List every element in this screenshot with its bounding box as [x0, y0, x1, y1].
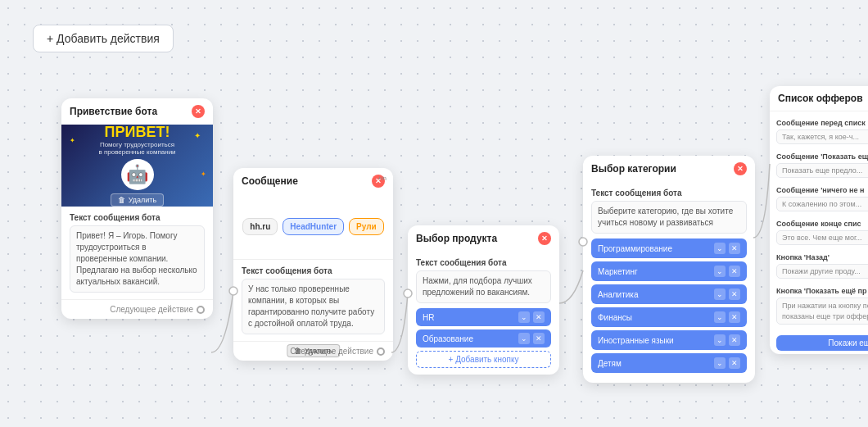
card-greeting-title: Приветствие бота [70, 106, 157, 117]
cat-kids-remove[interactable]: ✕ [729, 357, 740, 369]
btn-education[interactable]: Образование ⌄ ✕ [416, 329, 551, 348]
offers-field-2: Сообщение 'ничего не н К сожалению по эт… [770, 182, 868, 216]
cat-mkt-expand[interactable]: ⌄ [714, 266, 726, 277]
card-product-header: Выбор продукта ✕ [408, 225, 559, 252]
card-greeting: Приветствие бота ✕ ✦ ✦ ✦ ПРИВЕТ! Помогу … [61, 98, 213, 319]
show-more-button[interactable]: Покажи ещё [776, 335, 868, 351]
card-message-title: Сообщение [242, 175, 298, 187]
cat-fin-remove[interactable]: ✕ [729, 311, 740, 323]
card-product-close[interactable]: ✕ [538, 232, 551, 245]
cat-an-expand[interactable]: ⌄ [714, 288, 726, 300]
card-offers-title: Список офферов [778, 93, 863, 104]
card-product-buttons: HR ⌄ ✕ Образование ⌄ ✕ + Добавить кнопку [416, 308, 551, 368]
card-category-text: Выберите категорию, где вы хотите учитьс… [591, 201, 747, 234]
offers-label-3: Сообщение конце спис [776, 220, 868, 228]
cat-an-remove[interactable]: ✕ [729, 288, 740, 300]
cat-fin-expand[interactable]: ⌄ [714, 311, 726, 323]
output-connector-2[interactable] [377, 348, 385, 356]
card-product-text: Нажми, для подбора лучших предложений по… [416, 270, 551, 303]
category-list: Программирование ⌄ ✕ Маркетинг ⌄ ✕ Анали… [591, 238, 747, 373]
cat-prog-remove[interactable]: ✕ [729, 243, 740, 254]
offers-label-2: Сообщение 'ничего не н [776, 186, 868, 194]
offers-input-2[interactable]: К сожалению по этом... [776, 197, 868, 211]
offers-field-4: Кнопка 'Назад' Покажи другие проду... [770, 249, 868, 283]
card-greeting-label: Текст сообщения бота [70, 213, 205, 222]
offers-input-1[interactable]: Показать еще предло... [776, 163, 868, 178]
card-delete-btn-1[interactable]: 🗑 Удалить [111, 193, 164, 207]
cat-kids[interactable]: Детям ⌄ ✕ [591, 353, 747, 373]
card-message-text: У нас только проверенные компании, в кот… [242, 279, 385, 334]
card-greeting-close[interactable]: ✕ [192, 105, 205, 118]
card-greeting-header: Приветствие бота ✕ [61, 98, 213, 125]
robot-icon: 🤖 [121, 159, 154, 190]
greeting-image-sub: Помогу трудоустроитьсяв проверенные комп… [98, 141, 175, 156]
cat-analytics[interactable]: Аналитика ⌄ ✕ [591, 284, 747, 304]
add-action-button[interactable]: + Добавить действия [33, 25, 174, 52]
offers-field-3: Сообщение конце спис Это все. Чем еще мо… [770, 216, 868, 249]
card-category-title: Выбор категории [591, 163, 676, 175]
card-message-image: hh.ru HeadHunter Рули +in 🗑 Удалить [233, 194, 393, 260]
btn-hr-remove[interactable]: ✕ [533, 311, 545, 323]
logo-ruli: Рули [349, 218, 384, 235]
cat-lang-remove[interactable]: ✕ [729, 334, 740, 346]
cat-marketing[interactable]: Маркетинг ⌄ ✕ [591, 261, 747, 281]
card-offers: Список офферов Сообщение перед списк Так… [770, 86, 868, 354]
card-category-body: Текст сообщения бота Выберите категорию,… [583, 182, 755, 383]
cat-programming[interactable]: Программирование ⌄ ✕ [591, 238, 747, 258]
offers-input-4[interactable]: Покажи другие проду... [776, 264, 868, 279]
offers-label-0: Сообщение перед списк [776, 119, 868, 127]
cat-finance[interactable]: Финансы ⌄ ✕ [591, 307, 747, 327]
offers-field-0: Сообщение перед списк Так, кажется, я ко… [770, 115, 868, 148]
btn-hr[interactable]: HR ⌄ ✕ [416, 308, 551, 326]
btn-edu-expand[interactable]: ⌄ [518, 333, 530, 344]
cat-kids-expand[interactable]: ⌄ [714, 357, 726, 369]
logo-hh2: HeadHunter [283, 218, 344, 235]
card-greeting-body: Текст сообщения бота Привет! Я – Игорь. … [61, 207, 213, 299]
card-delete-btn-2[interactable]: 🗑 Удалить [287, 344, 340, 357]
offers-input-0[interactable]: Так, кажется, я кое-ч... [776, 129, 868, 144]
logo-hh: hh.ru [242, 218, 278, 235]
card-category: Выбор категории ✕ Текст сообщения бота В… [583, 156, 755, 383]
card-message-label: Текст сообщения бота [242, 266, 385, 275]
card-product-body: Текст сообщения бота Нажми, для подбора … [408, 252, 559, 375]
cat-prog-expand[interactable]: ⌄ [714, 243, 726, 254]
offers-label-4: Кнопка 'Назад' [776, 253, 868, 261]
card-product: Выбор продукта ✕ Текст сообщения бота На… [408, 225, 559, 375]
card-product-title: Выбор продукта [416, 233, 497, 244]
cat-languages[interactable]: Иностранные языки ⌄ ✕ [591, 330, 747, 350]
card-category-close[interactable]: ✕ [734, 162, 747, 175]
card-greeting-image: ✦ ✦ ✦ ПРИВЕТ! Помогу трудоустроитьсяв пр… [61, 125, 213, 207]
card-message-header: Сообщение ✕ [233, 168, 393, 194]
btn-hr-expand[interactable]: ⌄ [518, 311, 530, 323]
cat-lang-expand[interactable]: ⌄ [714, 334, 726, 346]
card-category-label: Текст сообщения бота [591, 189, 747, 198]
offers-label-1: Сообщение 'Показать ещ [776, 152, 868, 161]
offers-input-3[interactable]: Это все. Чем еще мог... [776, 230, 868, 245]
cat-mkt-remove[interactable]: ✕ [729, 266, 740, 277]
card-category-header: Выбор категории ✕ [583, 156, 755, 182]
offers-field-5: Кнопка 'Показать ещё пр При нажатии на к… [770, 283, 868, 329]
add-button-btn[interactable]: + Добавить кнопку [416, 351, 551, 368]
offers-field-1: Сообщение 'Показать ещ Показать еще пред… [770, 148, 868, 182]
offers-fields: Сообщение перед списк Так, кажется, я ко… [770, 111, 868, 332]
card-greeting-text: Привет! Я – Игорь. Помогу трудоустроитьс… [70, 225, 205, 293]
offers-input-5[interactable]: При нажатии на кнопку полу...показаны ещ… [776, 298, 868, 325]
card-message: Сообщение ✕ hh.ru HeadHunter Рули +in 🗑 … [233, 168, 393, 361]
offers-label-5: Кнопка 'Показать ещё пр [776, 287, 868, 295]
output-connector-1[interactable] [197, 306, 205, 314]
btn-edu-remove[interactable]: ✕ [533, 333, 545, 344]
greeting-image-text: ПРИВЕТ! [105, 125, 170, 141]
card-message-body: Текст сообщения бота У нас только провер… [233, 260, 393, 341]
card-offers-header: Список офферов [770, 86, 868, 111]
card-greeting-footer: Следующее действие [61, 299, 213, 319]
card-product-label: Текст сообщения бота [416, 258, 551, 267]
